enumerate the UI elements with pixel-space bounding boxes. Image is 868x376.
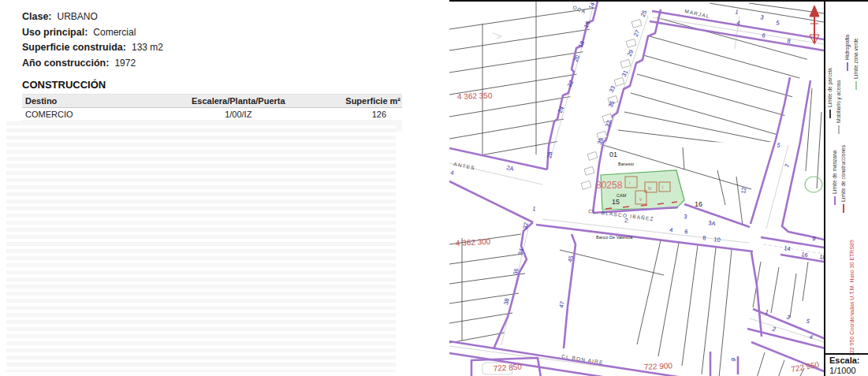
cadastral-map-svg[interactable]: 4 362 3504 362 300722 850722 900722 950O… xyxy=(449,2,824,376)
coordinate-label: 4 362 300 xyxy=(456,237,491,248)
north-arrow-icon xyxy=(810,6,819,44)
street-number-label: 25 xyxy=(639,9,649,17)
coordinate-label: 722 900 xyxy=(644,361,673,371)
property-field: Uso principal:Comercial xyxy=(22,25,449,41)
parcel-label: IV xyxy=(648,187,651,191)
property-panel: Clase:URBANOUso principal:ComercialSuper… xyxy=(0,0,449,376)
legend-line-icon xyxy=(843,204,844,213)
table-cell: 1/00/IZ xyxy=(162,108,311,121)
street-number-label: 12 xyxy=(739,187,747,195)
utm-coordinate-note: 722 950 Coordenadas U.T.M. Huso 30 ETRS8… xyxy=(849,240,855,356)
street-number-label: 8 xyxy=(787,37,792,45)
table-row: COMERCIO1/00/IZ126 xyxy=(22,108,402,121)
property-field: Clase:URBANO xyxy=(22,9,449,25)
legend-entry-label: Límite de parcela xyxy=(827,68,833,107)
field-value: Comercial xyxy=(93,27,136,38)
property-field: Año construcción:1972 xyxy=(22,56,449,72)
street-number-label: 1 xyxy=(532,205,537,213)
cadastral-map[interactable]: 4 362 3504 362 300722 850722 900722 950O… xyxy=(449,2,824,376)
parcel-label: 16 xyxy=(695,200,702,208)
street-number-label: 9 xyxy=(812,235,816,242)
parcel-label: Banco De Valencia xyxy=(596,235,633,240)
coordinate-label: 4 362 350 xyxy=(457,91,493,101)
street-number-label: 1 xyxy=(764,308,769,316)
map-legend: HidrografíaLímite zona verdeLímite de pa… xyxy=(824,2,868,376)
map-region: 4 362 3504 362 300722 850722 900722 950O… xyxy=(449,0,868,376)
scale-label: Escala: xyxy=(829,356,868,366)
coordinate-label: 722 950 xyxy=(790,360,820,374)
legend-entry: Mobiliario y aceras xyxy=(836,66,841,134)
street-name-label: ANTES xyxy=(453,161,476,171)
street-number-label: 32 xyxy=(521,222,530,229)
street-number-label: 16 xyxy=(801,251,809,259)
street-number-label: 38 xyxy=(502,298,510,306)
legend-line-icon xyxy=(838,125,840,134)
street-number-label: 14 xyxy=(784,244,792,252)
empty-striped-list-area xyxy=(6,121,396,372)
street-number-label: 6 xyxy=(684,228,688,235)
street-number-label: 5 xyxy=(805,318,810,326)
street-number-label: 28 xyxy=(546,151,553,159)
coordinate-label: 722 850 xyxy=(493,362,522,373)
street-number-label: 3A xyxy=(708,219,716,227)
street-number-label: 10 xyxy=(713,236,721,244)
parcel-label: Banesto xyxy=(618,162,634,166)
field-label: Clase: xyxy=(22,11,52,22)
street-number-label: 29 xyxy=(626,48,635,57)
legend-entry: Hidrografía xyxy=(844,24,850,71)
table-cell: COMERCIO xyxy=(22,108,162,121)
street-number-label: 36 xyxy=(512,268,520,276)
street-name-label: OCA xyxy=(572,4,587,14)
street-number-label: 27 xyxy=(632,28,642,37)
legend-line-icon xyxy=(834,196,836,205)
field-value: 1972 xyxy=(114,58,136,69)
page: Clase:URBANOUso principal:ComercialSuper… xyxy=(0,0,868,376)
parcel-label: CAM xyxy=(617,193,627,198)
street-number-label: 5 xyxy=(776,19,780,27)
table-header-cell: Superficie m² xyxy=(311,95,402,108)
legend-entry-label: Límite zona verde xyxy=(853,38,859,79)
legend-entry: Límite de parcela xyxy=(827,55,833,118)
construction-table-header: DestinoEscalera/Planta/PuertaSuperficie … xyxy=(22,95,402,108)
street-number-label: 6 xyxy=(762,32,766,39)
legend-entry: Límite de manzana xyxy=(832,142,837,205)
parcel-label: I xyxy=(629,181,630,185)
parcel-label: 15 xyxy=(612,198,620,206)
legend-line-icon xyxy=(855,81,857,90)
street-number-label: 3 xyxy=(684,213,687,220)
street-number-label: 7 xyxy=(783,163,791,169)
legend-line-icon xyxy=(829,110,831,118)
field-label: Uso principal: xyxy=(22,27,88,38)
table-header-cell: Escalera/Planta/Puerta xyxy=(162,95,311,108)
street-number-label: 5 xyxy=(776,141,780,149)
street-number-label: 2 xyxy=(624,217,628,224)
table-cell: 126 xyxy=(311,108,402,121)
parcel-ref-label: 80258 xyxy=(596,180,623,191)
parcel-label: V xyxy=(639,198,642,202)
street-number-label: 9 xyxy=(729,357,737,363)
street-number-label: 33 xyxy=(608,84,617,93)
field-label: Superficie construida: xyxy=(22,42,126,53)
legend-entry: Límite de construcciones xyxy=(840,139,846,213)
street-number-label: 47 xyxy=(557,300,566,308)
construction-section-title: CONSTRUCCIÓN xyxy=(22,79,449,91)
field-value: 133 m2 xyxy=(132,42,163,53)
street-number-label: 4 xyxy=(450,169,455,177)
street-number-label: 8 xyxy=(702,234,706,241)
property-fields: Clase:URBANOUso principal:ComercialSuper… xyxy=(0,0,449,71)
legend-entry-label: Mobiliario y aceras xyxy=(836,80,841,123)
scale-value: 1/1000 xyxy=(829,366,868,376)
green-zone-circle xyxy=(805,177,822,192)
table-header-cell: Destino xyxy=(22,95,162,108)
legend-line-icon xyxy=(847,62,848,71)
street-number-label: 2 xyxy=(771,326,777,333)
street-number-label: 2A xyxy=(506,164,515,173)
legend-entry: Límite zona verde xyxy=(853,17,859,90)
legend-entry-label: Límite de construcciones xyxy=(840,145,846,202)
property-field: Superficie construida:133 m2 xyxy=(22,40,449,56)
street-number-label: 1 xyxy=(735,8,739,16)
street-number-label: 4 xyxy=(808,333,814,341)
street-number-label: 24 xyxy=(557,105,566,114)
street-number-label: 3 xyxy=(760,13,765,21)
legend-entry-label: Hidrografía xyxy=(844,35,850,60)
